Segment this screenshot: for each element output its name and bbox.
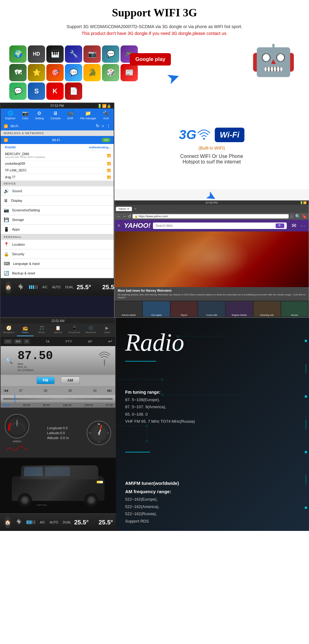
back-arrow[interactable]: ↩	[108, 338, 112, 344]
preset-freq[interactable]: 90.00	[23, 404, 30, 407]
language-icon: ⌨	[4, 261, 10, 266]
freq-sub2: DX STEREO	[18, 369, 53, 372]
preset-buttons: ⬡⬡ ⚙⚙ ↺	[4, 339, 30, 344]
email-icon[interactable]: ✉	[292, 222, 296, 229]
tab-video[interactable]: ▶ Video	[99, 324, 115, 336]
fm-range-3: 65. 0~108. 0	[125, 412, 148, 417]
app-icon: HD	[28, 45, 45, 63]
nav-filemanager[interactable]: 📁 File manager	[80, 110, 96, 120]
thumb-item[interactable]: Can Japan	[143, 301, 170, 317]
auto-label-bottom: AUTO	[50, 521, 58, 524]
settings-item-screenshot[interactable]: 📷 ScreenshotSetting	[1, 205, 114, 215]
apps-strip: 🌍 HD 🎹 🔧 📷 💬 🎮 🗺 ⭐ 🎯 💬 🐊 🎲 📰 💬 S K 📄 Goo…	[0, 44, 309, 103]
compass-south: S	[98, 440, 99, 443]
search-icon[interactable]: 🔍	[295, 214, 300, 219]
compass-north: N	[98, 423, 100, 426]
radio-label: Radio	[22, 331, 28, 334]
browser-url-bar[interactable]: 🔒 https://www.yahoo.com/	[133, 214, 289, 218]
add-tab-icon[interactable]: ＋	[133, 206, 138, 212]
star-icon[interactable]: ☆	[290, 214, 294, 219]
bookmark-icon[interactable]: 🔖	[302, 214, 307, 219]
wifi-network-item[interactable]: TP-LINK_SEFC 📶	[1, 167, 114, 174]
wifi-network-item[interactable]: Krando Authenticating...	[1, 144, 114, 151]
menu-icon[interactable]: ☰	[118, 224, 120, 227]
preset-freq[interactable]: 87.50	[3, 404, 10, 407]
search-bar[interactable]: 📶 Wi-Fi ↻ ＋ ⋮	[1, 122, 114, 130]
network-details: MERCURY_DMA Secured with WPA2 (WPS avail…	[5, 152, 107, 159]
teal-line	[306, 364, 306, 373]
thumb-item[interactable]: Meghan Marble	[226, 301, 253, 317]
thumb-item[interactable]: Curry's wife	[198, 301, 225, 317]
amfm-specs: AM\FM tuner(worldwide) AM frequency rang…	[125, 479, 300, 525]
tab-navigation[interactable]: 🧭 Navigation	[1, 324, 17, 336]
thumb-item[interactable]: Report	[171, 301, 197, 317]
nav-explorer-label: Explorer	[5, 117, 16, 120]
thumb-item[interactable]: Access	[281, 301, 308, 317]
next-seek-button[interactable]: ⏭	[107, 388, 112, 393]
wifi-section: Support WIFI 3G Support 3G WCDMA\CDMA200…	[0, 0, 309, 44]
nav-console[interactable]: 🖥 Console	[50, 111, 61, 120]
wifi-network-item[interactable]: drag 77 📶	[1, 174, 114, 181]
preset-freq[interactable]: 106.00	[63, 404, 71, 407]
preset-freq[interactable]: 108.00	[84, 404, 93, 407]
fm-range-2: 87. 5~107. 9(America),	[125, 405, 166, 409]
settings-item-storage[interactable]: 💾 Storage	[1, 215, 114, 225]
am-button[interactable]: AM	[61, 377, 80, 384]
tab-music[interactable]: 🎵 Music	[33, 324, 50, 336]
car-radio-screen: 12:01 AM 🔋📶 🧭 Navigation 📻 Radio 🎵 Music	[0, 318, 116, 408]
settings-item-location[interactable]: 📍 Location	[1, 240, 114, 249]
nav-explorer[interactable]: 🌐 Explorer	[5, 110, 16, 120]
magnifier-icon: 🔍	[5, 357, 13, 364]
network-name: drag 77	[5, 176, 15, 179]
thumb-item[interactable]: Actress details	[115, 301, 142, 317]
tab-phonelink[interactable]: 📱 PhoneLink	[66, 324, 83, 336]
back-icon[interactable]: ←	[116, 214, 121, 219]
thumb-item[interactable]: Shocking vote	[253, 301, 280, 317]
more-icon[interactable]: ⋯	[300, 222, 306, 229]
google-play-button[interactable]: Google play	[130, 53, 171, 66]
home-button[interactable]: 🏠	[5, 281, 11, 293]
nav-cam[interactable]: 📷 Cam	[22, 110, 28, 120]
thumb-label: Can Japan	[151, 314, 162, 316]
prev-seek-button[interactable]: ⏮	[4, 388, 9, 393]
tab-applist[interactable]: 📋 App list	[50, 324, 66, 336]
app-icons-grid: 🌍 HD 🎹 🔧 📷 💬 🎮 🗺 ⭐ 🎯 💬 🐊 🎲 📰 💬 S K 📄	[9, 45, 145, 100]
wifi-network-item[interactable]: youkaifang008 📶	[1, 160, 114, 167]
home-button-bottom[interactable]: 🏠	[5, 516, 11, 528]
preset-freq[interactable]: 87.50	[106, 404, 113, 407]
preset-button[interactable]: ↺	[23, 339, 30, 344]
browser-tab-yahoo[interactable]: Yahoo ✕	[116, 207, 132, 211]
nav-setting[interactable]: ⚙ Setting	[35, 110, 44, 120]
network-security: Secured with WPA2 (WPS available)	[5, 156, 107, 159]
settings-item-security[interactable]: 🔒 Security	[1, 249, 114, 259]
preset-button[interactable]: ⬡⬡	[4, 339, 12, 344]
svg-point-1	[203, 138, 205, 140]
settings-item-display[interactable]: 🖥 Display	[1, 196, 114, 205]
nav-aux-label: AUX	[103, 117, 109, 120]
nav-aux[interactable]: 🔌 AUX	[103, 110, 109, 120]
settings-item-sound[interactable]: 🔊 Sound	[1, 186, 114, 196]
radio-section: 12:01 AM 🔋📶 🧭 Navigation 📻 Radio 🎵 Music	[0, 318, 309, 531]
tab-radio[interactable]: 📻 Radio	[17, 324, 33, 336]
tab-bluetooth[interactable]: ⬡ Bluetooth	[83, 324, 99, 336]
wifi-toggle-row[interactable]: 📶 Wi-Fi ON	[1, 136, 114, 144]
preset-button[interactable]: ⚙⚙	[14, 339, 22, 344]
fm-button[interactable]: FM	[36, 377, 55, 384]
nav-filemanager-label: File manager	[80, 117, 96, 120]
display-icon: 🖥	[4, 198, 8, 203]
seg-dot	[33, 285, 34, 289]
settings-item-language[interactable]: ⌨ Language & input	[1, 259, 114, 269]
app-icon: 🎯	[46, 64, 64, 81]
settings-item-apps[interactable]: 📱 Apps	[1, 225, 114, 234]
phonelink-icon: 📱	[72, 325, 77, 330]
wifi-strength-icon: 📶	[107, 176, 111, 179]
settings-item-backup[interactable]: 🔄 Backup & reset	[1, 269, 114, 278]
car-wheel-left	[18, 493, 32, 507]
forward-icon[interactable]: →	[122, 214, 126, 219]
add-icon: ↻ ＋ ⋮	[96, 123, 111, 129]
wifi-network-item[interactable]: MERCURY_DMA Secured with WPA2 (WPS avail…	[1, 151, 114, 160]
preset-freq[interactable]: 98.00	[43, 404, 50, 407]
refresh-icon[interactable]: ↺	[128, 214, 131, 219]
nav-dvr[interactable]: 📹 DVR	[67, 110, 74, 120]
nav-setting-label: Setting	[35, 117, 44, 120]
